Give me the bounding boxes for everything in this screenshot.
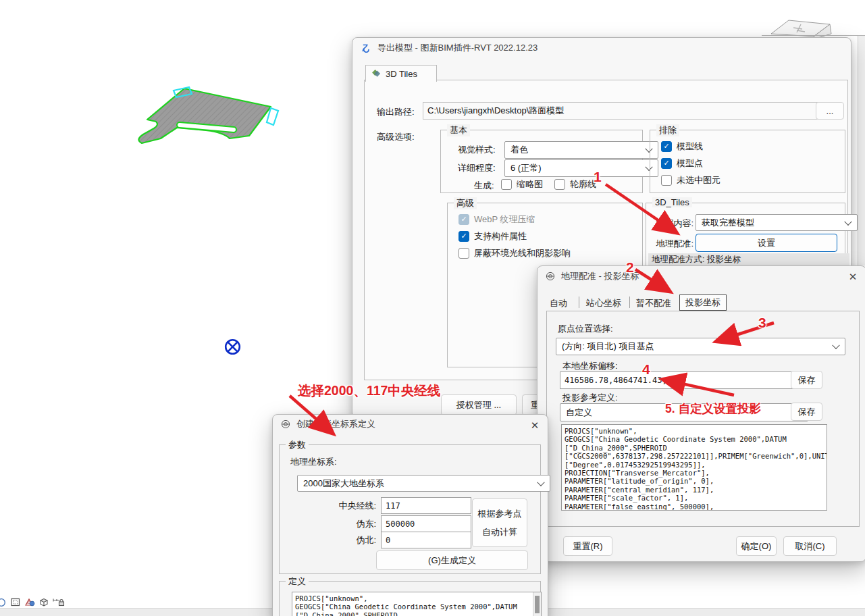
visual-style-label: 视觉样式: [458,144,496,156]
component-attributes-label: 支持构件属性 [474,230,527,242]
projection-reference-label: 投影参考定义: [562,392,618,404]
wkt-scrollbar[interactable] [533,592,541,616]
false-east-label: 伪东: [317,518,376,530]
cancel-button[interactable]: 取消(C) [783,536,837,556]
central-meridian-label: 中央经线: [317,500,376,512]
tab-3d-tiles[interactable]: 3D Tiles [365,65,437,82]
license-management-button[interactable]: 授权管理 ... [441,394,517,415]
detail-level-select[interactable]: 6 (正常) [504,159,658,177]
tab-no-georef[interactable]: 暂不配准 [636,297,671,309]
globe-icon [546,272,555,281]
thumbnail-checkbox-row: 缩略图 [501,178,543,190]
plugin-logo-icon [361,43,371,53]
unselected-elements-checkbox[interactable] [661,175,672,186]
ambient-shadow-checkbox[interactable] [458,248,469,259]
basic-group-title: 基本 [447,124,470,136]
annotation-step-1: 1 [594,169,602,185]
exclude-group: 排除 模型线 模型点 未选中图元 [650,130,845,193]
lock-3d-view-icon[interactable] [53,597,65,607]
reset-button[interactable]: 重置(R) [563,536,612,556]
gcs-select[interactable]: 2000国家大地坐标系 [297,475,550,492]
annotation-step-3: 3 [758,315,766,331]
local-offset-label: 本地坐标偏移: [562,360,618,372]
outline-checkbox[interactable] [554,179,565,190]
export-dialog-title: 导出模型 - 图新BIM插件-RVT 2022.12.23 [377,42,538,54]
definition-group: 定义 PROJCS["unknown", GEOGCS["China Geode… [279,581,541,616]
data-content-select[interactable]: 获取完整模型 [696,214,858,231]
projection-reference-value: 自定义 [566,407,592,419]
tab-station-coords[interactable]: 站心坐标 [586,297,621,309]
component-attributes-checkbox[interactable] [458,231,469,242]
ambient-shadow-row: 屏蔽环境光线和阴影影响 [458,247,571,259]
auto-calc-button[interactable]: 根据参考点 自动计算 [472,498,527,547]
model-lines-label: 模型线 [677,140,703,153]
false-north-input[interactable]: 0 [381,532,471,548]
outline-label: 轮廓线 [570,178,596,190]
save-offset-button[interactable]: 保存 [791,371,822,389]
exclude-model-points-row: 模型点 [661,157,703,170]
tiles-diamond-icon [371,69,382,78]
definition-group-title: 定义 [286,575,309,588]
exclude-model-lines-row: 模型线 [661,140,703,153]
view-cube[interactable] [762,14,865,41]
auto-calc-line1: 根据参考点 [478,508,522,520]
crop-region-icon[interactable] [10,597,21,607]
definition-wkt-box[interactable]: PROJCS["unknown", GEOGCS["China Geodetic… [292,592,542,616]
output-path-value: C:\Users\jiangxh\Desktop\路面模型 [427,105,564,117]
thumbnail-label: 缩略图 [517,178,543,190]
false-east-value: 500000 [386,519,415,529]
road-surface-model [0,0,311,162]
georeference-label: 地理配准: [652,238,693,250]
exclude-unselected-row: 未选中图元 [661,174,720,186]
tab-separator [579,297,579,308]
gcs-value: 2000国家大地坐标系 [303,478,384,490]
gcs-label: 地理坐标系: [290,456,337,468]
temporary-hide-isolate-icon[interactable] [38,597,49,607]
thumbnail-checkbox[interactable] [501,179,512,190]
georeference-mode-text: 地理配准方式: 投影坐标 [652,254,741,265]
browse-button[interactable]: ... [816,102,844,120]
generate-definition-button[interactable]: (G)生成定义 [376,550,528,570]
create-crs-titlebar[interactable]: 创建投影坐标系定义 [273,415,548,434]
georeference-mode-bar: 地理配准方式: 投影坐标 [648,253,849,266]
tab-separator [629,297,630,308]
basic-group: 基本 视觉样式: 着色 详细程度: 6 (正常) 生成: 缩略图 轮廓线 [440,130,643,193]
webp-compression-label: WebP 纹理压缩 [474,213,535,226]
advanced-group-title: 高级 [454,197,477,209]
origin-position-select[interactable]: (方向: 项目北) 项目基点 [556,338,845,355]
output-path-input[interactable]: C:\Users\jiangxh\Desktop\路面模型 [423,102,818,120]
chevron-down-icon [832,342,839,349]
tab-auto[interactable]: 自动 [550,297,567,309]
reveal-hidden-elements-icon[interactable] [24,597,35,607]
tab-3d-tiles-label: 3D Tiles [386,69,417,79]
visual-style-select[interactable]: 着色 [504,141,658,159]
ambient-shadow-label: 屏蔽环境光线和阴影影响 [474,247,571,259]
local-offset-input[interactable]: 416586.78,4864741.43,0 [560,371,796,389]
model-lines-checkbox[interactable] [661,141,672,152]
false-east-input[interactable]: 500000 [381,515,471,532]
model-points-checkbox[interactable] [661,158,672,169]
wkt-scrollbar-thumb[interactable] [535,596,540,613]
projection-wkt-box[interactable]: PROJCS["unknown", GEOGCS["China Geodetic… [561,424,827,511]
origin-position-label: 原点位置选择: [558,323,613,335]
generate-label: 生成: [474,180,494,192]
annotation-tip: 选择2000、117中央经线 [298,382,440,400]
exclude-group-title: 排除 [656,124,679,136]
drawing-area-scrollbar[interactable] [858,36,865,265]
chevron-down-icon [537,478,544,486]
export-dialog-titlebar[interactable]: 导出模型 - 图新BIM插件-RVT 2022.12.23 [352,38,851,58]
chevron-down-icon [844,217,851,225]
visual-style-icon[interactable] [0,597,7,607]
close-icon[interactable]: ✕ [845,270,861,284]
data-content-value: 获取完整模型 [702,217,754,229]
projection-wkt-text: PROJCS["unknown", GEOGCS["China Geodetic… [565,427,824,511]
annotation-step-2: 2 [626,259,634,276]
tab-projected-coords[interactable]: 投影坐标 [679,294,727,311]
local-offset-value: 416586.78,4864741.43,0 [565,376,672,385]
close-icon[interactable]: ✕ [527,418,543,433]
georeference-dialog-titlebar[interactable]: 地理配准 - 投影坐标 [538,266,865,286]
ok-button[interactable]: 确定(O) [736,536,777,556]
save-projection-button[interactable]: 保存 [791,403,822,421]
central-meridian-input[interactable]: 117 [381,497,471,514]
georeference-settings-button[interactable]: 设置 [696,234,837,252]
